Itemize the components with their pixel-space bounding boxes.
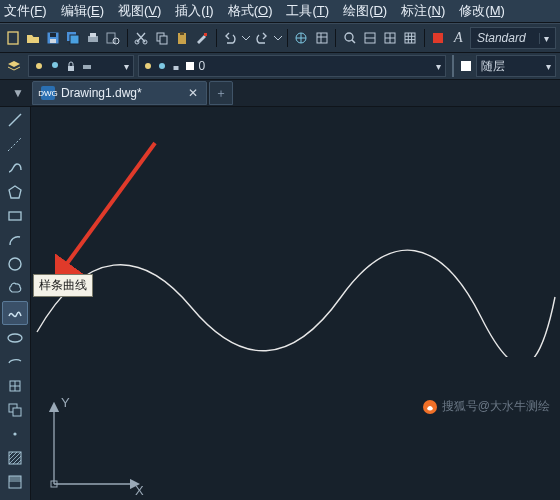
matchprop-button[interactable] <box>193 28 210 48</box>
svg-rect-45 <box>9 476 21 482</box>
designcenter-button[interactable] <box>293 28 310 48</box>
color-bylayer-label: 随层 <box>481 58 505 75</box>
copy-button[interactable] <box>153 28 170 48</box>
undo-button[interactable] <box>221 28 238 48</box>
menu-file[interactable]: 文件(F) <box>4 2 47 20</box>
svg-rect-15 <box>180 32 184 35</box>
save-button[interactable] <box>44 28 61 48</box>
drawing-canvas[interactable]: 样条曲线 搜狐号@大水牛测绘 Y X <box>31 107 560 500</box>
text-style-value: Standard <box>477 31 526 45</box>
svg-point-28 <box>145 63 151 69</box>
grid1-button[interactable] <box>361 28 378 48</box>
watermark: 搜狐号@大水牛测绘 <box>422 398 550 415</box>
spline-tool[interactable] <box>2 301 28 325</box>
new-button[interactable] <box>4 28 21 48</box>
menu-insert[interactable]: 插入(I) <box>175 2 213 20</box>
print-button[interactable] <box>85 28 102 48</box>
svg-rect-30 <box>173 66 178 70</box>
grid2-button[interactable] <box>381 28 398 48</box>
text-style-select[interactable]: Standard ▾ <box>470 27 556 49</box>
lightbulb-icon <box>143 61 153 71</box>
toolbar-separator <box>452 55 454 77</box>
grid3-button[interactable] <box>402 28 419 48</box>
color-button[interactable] <box>430 28 447 48</box>
svg-rect-2 <box>50 33 56 37</box>
tab-menu-arrow[interactable]: ▼ <box>10 85 26 101</box>
redo-button[interactable] <box>253 28 270 48</box>
svg-rect-36 <box>9 212 21 220</box>
spline-tooltip: 样条曲线 <box>33 274 93 297</box>
svg-point-37 <box>9 258 21 270</box>
arc-tool[interactable] <box>3 229 27 251</box>
chevron-down-icon: ▾ <box>436 61 441 72</box>
ellipse-tool[interactable] <box>3 327 27 349</box>
svg-marker-35 <box>9 186 21 198</box>
svg-rect-50 <box>51 481 57 487</box>
svg-rect-27 <box>83 65 91 69</box>
undo-dropdown[interactable] <box>242 28 251 48</box>
lock-icon <box>65 60 77 72</box>
menu-draw[interactable]: 绘图(D) <box>343 2 387 20</box>
layer-name: 0 <box>199 59 206 73</box>
preview-button[interactable] <box>105 28 122 48</box>
close-tab-button[interactable]: ✕ <box>188 86 198 100</box>
annotation-arrow <box>55 137 165 287</box>
cut-button[interactable] <box>133 28 150 48</box>
layer-toolbar: ▾ 0 ▾ 随层 ▾ <box>0 53 560 80</box>
lock-icon <box>171 61 181 71</box>
saveas-button[interactable] <box>65 28 82 48</box>
properties-button[interactable] <box>313 28 330 48</box>
line-tool[interactable] <box>3 109 27 131</box>
standard-toolbar: A Standard ▾ <box>0 23 560 53</box>
sun-icon <box>33 60 45 72</box>
new-tab-button[interactable]: ＋ <box>209 81 233 105</box>
dwg-file-icon: DWG <box>41 86 55 100</box>
spline-curve <box>31 237 560 357</box>
xline-tool[interactable] <box>3 133 27 155</box>
menu-modify[interactable]: 修改(M) <box>459 2 505 20</box>
svg-point-19 <box>345 33 353 41</box>
open-button[interactable] <box>24 28 41 48</box>
menu-dim[interactable]: 标注(N) <box>401 2 445 20</box>
ellipse-arc-tool[interactable] <box>3 351 27 373</box>
textstyle-icon[interactable]: A <box>450 28 467 48</box>
ucs-icon: Y X <box>39 389 149 499</box>
svg-point-38 <box>8 334 22 342</box>
ucs-x-label: X <box>135 483 144 498</box>
gradient-tool[interactable] <box>3 471 27 493</box>
draw-toolbar <box>0 107 31 500</box>
menu-tools[interactable]: 工具(T) <box>286 2 329 20</box>
svg-rect-18 <box>317 33 327 43</box>
document-tab-label: Drawing1.dwg* <box>61 86 142 100</box>
point-tool[interactable] <box>3 423 27 445</box>
layer-select[interactable]: 0 ▾ <box>138 55 447 77</box>
menu-format[interactable]: 格式(O) <box>228 2 273 20</box>
svg-rect-7 <box>90 33 96 37</box>
polygon-tool[interactable] <box>3 181 27 203</box>
svg-line-46 <box>63 143 155 269</box>
document-tab[interactable]: DWG Drawing1.dwg* ✕ <box>32 81 207 105</box>
zoom-button[interactable] <box>341 28 358 48</box>
svg-rect-41 <box>13 408 21 416</box>
menu-edit[interactable]: 编辑(E) <box>61 2 104 20</box>
menu-view[interactable]: 视图(V) <box>118 2 161 20</box>
layer-filter-select[interactable]: ▾ <box>28 55 134 77</box>
circle-tool[interactable] <box>3 253 27 275</box>
color-bylayer-select[interactable]: 随层 ▾ <box>476 55 556 77</box>
hatch-tool[interactable] <box>3 447 27 469</box>
redo-dropdown[interactable] <box>273 28 282 48</box>
polyline-tool[interactable] <box>3 157 27 179</box>
revcloud-tool[interactable] <box>3 277 27 299</box>
svg-rect-23 <box>433 33 443 43</box>
block-insert-tool[interactable] <box>3 375 27 397</box>
block-create-tool[interactable] <box>3 399 27 421</box>
svg-point-24 <box>36 63 42 69</box>
svg-rect-31 <box>186 62 194 70</box>
svg-point-9 <box>113 38 119 44</box>
rectangle-tool[interactable] <box>3 205 27 227</box>
svg-rect-22 <box>405 33 415 43</box>
layer-manager-button[interactable] <box>4 56 24 76</box>
chevron-down-icon: ▾ <box>124 61 129 72</box>
ucs-y-label: Y <box>61 395 70 410</box>
paste-button[interactable] <box>173 28 190 48</box>
